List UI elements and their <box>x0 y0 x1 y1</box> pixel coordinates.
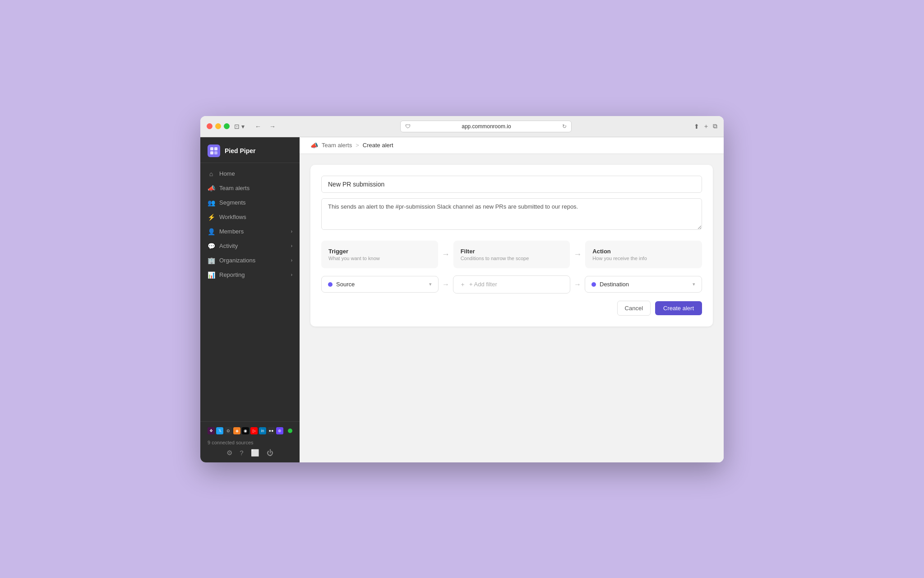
alert-description-input[interactable] <box>321 198 702 230</box>
destination-dot <box>591 282 596 287</box>
action-title: Action <box>592 248 695 255</box>
youtube-icon: ▷ <box>250 427 258 434</box>
pipeline-selects: Source ▾ → ＋ + Add filter → <box>321 275 702 294</box>
activity-icon: 💬 <box>208 242 215 250</box>
topbar: 📣 Team alerts > Create alert <box>300 137 724 154</box>
breadcrumb-separator: > <box>356 142 359 149</box>
sidebar-item-reporting[interactable]: 📊 Reporting › <box>200 268 300 282</box>
plus-icon: ＋ <box>460 280 466 289</box>
power-button[interactable]: ⏻ <box>267 449 273 457</box>
sidebar-item-workflows[interactable]: ⚡ Workflows <box>200 210 300 224</box>
sidebar-item-label: Workflows <box>219 214 246 220</box>
maximize-button[interactable] <box>224 123 230 129</box>
chevron-right-icon: › <box>291 243 292 248</box>
back-button[interactable]: ← <box>253 122 263 131</box>
workspace-icon <box>208 144 220 157</box>
team-alerts-icon: 📣 <box>208 185 215 192</box>
filter-select-wrap: ＋ + Add filter <box>453 275 570 294</box>
pipeline-arrow-2: → <box>570 241 585 268</box>
members-icon: 👤 <box>208 228 215 235</box>
destination-select[interactable]: Destination ▾ <box>585 276 702 293</box>
pipeline-arrow-1: → <box>438 241 453 268</box>
source-select[interactable]: Source ▾ <box>321 276 439 293</box>
alert-name-input[interactable] <box>321 176 702 193</box>
browser-window: ⊡ ▾ ← → 🛡 app.commonroom.io ↻ ⬆ ＋ ⧉ <box>200 116 724 462</box>
copy-button[interactable]: ⧉ <box>713 122 717 130</box>
reporting-icon: 📊 <box>208 271 215 279</box>
sidebar-item-label: Members <box>219 228 244 235</box>
sidebar-item-label: Segments <box>219 199 246 206</box>
topbar-alerts-icon: 📣 <box>310 142 318 149</box>
sidebar-header: Pied Piper <box>200 137 300 163</box>
pipeline-step-trigger: Trigger What you want to know <box>321 241 438 268</box>
stackoverflow-icon: ◈ <box>233 427 240 434</box>
settings-button[interactable]: ⚙ <box>226 449 232 457</box>
sidebar-footer: ❖ 𝕏 ⊙ ◈ ◉ ▷ in ●● <box>200 421 300 462</box>
breadcrumb-team-alerts[interactable]: Team alerts <box>322 142 352 149</box>
home-icon: ⌂ <box>208 170 215 177</box>
browser-actions: ⬆ ＋ ⧉ <box>694 122 717 131</box>
add-filter-button[interactable]: ＋ + Add filter <box>453 275 570 294</box>
segments-icon: 👥 <box>208 199 215 206</box>
browser-controls: ← → <box>253 122 278 131</box>
create-alert-button[interactable]: Create alert <box>655 301 702 315</box>
workflows-icon: ⚡ <box>208 214 215 221</box>
alert-form: Trigger What you want to know → Filter C… <box>310 165 713 326</box>
status-dot <box>288 429 292 433</box>
cancel-button[interactable]: Cancel <box>617 301 651 316</box>
other-source-icon: ⊛ <box>276 427 283 434</box>
refresh-icon[interactable]: ↻ <box>562 123 567 130</box>
view-button[interactable]: ⬜ <box>251 449 259 457</box>
source-chevron-down-icon: ▾ <box>429 281 432 287</box>
sidebar-nav: ⌂ Home 📣 Team alerts 👥 Segments ⚡ Workfl… <box>200 163 300 421</box>
address-bar-content[interactable]: 🛡 app.commonroom.io ↻ <box>400 121 572 132</box>
minimize-button[interactable] <box>215 123 221 129</box>
sidebar-bottom-actions: ⚙ ? ⬜ ⏻ <box>208 445 292 457</box>
sidebar-item-organizations[interactable]: 🏢 Organizations › <box>200 253 300 268</box>
sidebar-item-team-alerts[interactable]: 📣 Team alerts <box>200 181 300 196</box>
share-button[interactable]: ⬆ <box>694 123 699 130</box>
app-layout: Pied Piper ⌂ Home 📣 Team alerts 👥 Segmen… <box>200 137 724 462</box>
form-actions: Cancel Create alert <box>321 301 702 316</box>
address-bar: 🛡 app.commonroom.io ↻ <box>282 121 689 132</box>
github-icon: ⊙ <box>225 427 232 434</box>
destination-label: Destination <box>600 281 689 288</box>
new-tab-button[interactable]: ＋ <box>703 122 709 131</box>
connected-sources-row: ❖ 𝕏 ⊙ ◈ ◉ ▷ in ●● <box>208 427 292 434</box>
trigger-subtitle: What you want to know <box>328 256 431 261</box>
filter-subtitle: Conditions to narrow the scope <box>461 256 563 261</box>
svg-rect-0 <box>210 147 213 150</box>
close-button[interactable] <box>207 123 213 129</box>
sidebar-item-label: Home <box>219 170 235 177</box>
twitter-icon: 𝕏 <box>216 427 223 434</box>
source-select-wrap: Source ▾ <box>321 276 439 293</box>
sidebar-item-label: Organizations <box>219 257 255 264</box>
connected-sources-label: 9 connected sources <box>208 440 292 445</box>
svg-rect-3 <box>214 151 217 154</box>
slack-icon: ❖ <box>208 427 215 434</box>
help-button[interactable]: ? <box>240 449 243 457</box>
pipeline-step-filter: Filter Conditions to narrow the scope <box>453 241 570 268</box>
sidebar-toggle-button[interactable]: ⊡ ▾ <box>234 123 245 130</box>
linkedin-icon: in <box>259 427 266 434</box>
forward-button[interactable]: → <box>267 122 278 131</box>
source-icons: ❖ 𝕏 ⊙ ◈ ◉ ▷ in ●● <box>208 427 285 434</box>
url-text: app.commonroom.io <box>413 123 559 130</box>
sidebar-item-label: Activity <box>219 242 238 249</box>
content-area: Trigger What you want to know → Filter C… <box>300 154 724 337</box>
chevron-right-icon: › <box>291 258 292 263</box>
sidebar: Pied Piper ⌂ Home 📣 Team alerts 👥 Segmen… <box>200 137 300 462</box>
sidebar-item-home[interactable]: ⌂ Home <box>200 167 300 181</box>
sidebar-item-activity[interactable]: 💬 Activity › <box>200 239 300 253</box>
sidebar-item-members[interactable]: 👤 Members › <box>200 224 300 239</box>
sidebar-item-label: Reporting <box>219 271 245 278</box>
chevron-right-icon: › <box>291 229 292 234</box>
medium-icon: ●● <box>268 427 275 434</box>
destination-chevron-down-icon: ▾ <box>693 281 695 287</box>
svg-rect-1 <box>214 147 217 150</box>
shield-icon: 🛡 <box>405 123 411 130</box>
sidebar-item-segments[interactable]: 👥 Segments <box>200 196 300 210</box>
trigger-title: Trigger <box>328 248 431 255</box>
pipeline-step-action: Action How you receive the info <box>585 241 702 268</box>
source-dot <box>328 282 333 287</box>
